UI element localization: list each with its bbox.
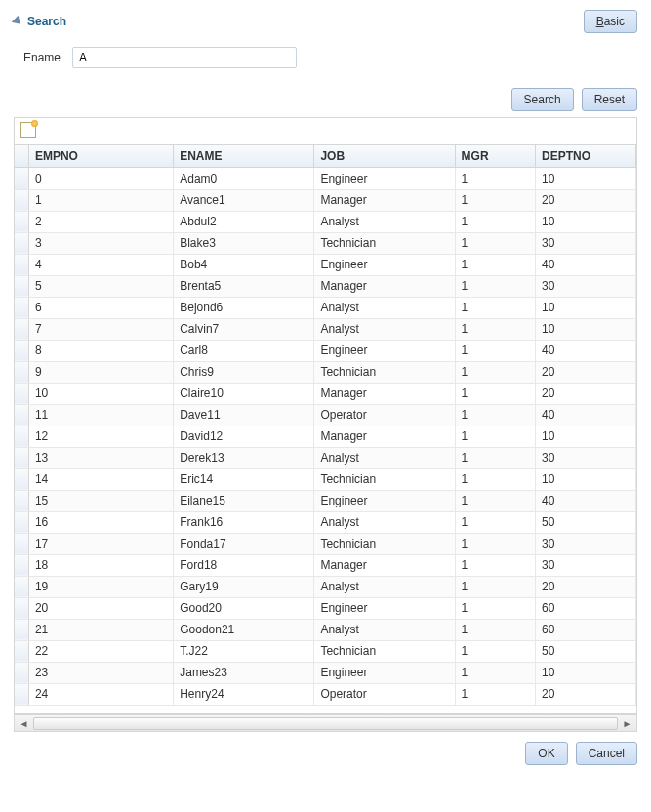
row-selector[interactable] xyxy=(15,404,28,426)
search-button[interactable]: Search xyxy=(511,88,574,111)
table-row[interactable]: 22T.J22Technician150 xyxy=(15,640,636,662)
cell-deptno[interactable]: 60 xyxy=(535,619,635,640)
col-header-ename[interactable]: ENAME xyxy=(174,145,314,168)
row-selector[interactable] xyxy=(15,426,28,447)
table-row[interactable]: 14Eric14Technician110 xyxy=(15,468,636,490)
cell-job[interactable]: Analyst xyxy=(314,447,455,468)
table-row[interactable]: 18Ford18Manager130 xyxy=(15,554,636,576)
cell-empno[interactable]: 13 xyxy=(28,447,173,468)
cell-job[interactable]: Engineer xyxy=(314,254,455,275)
cell-deptno[interactable]: 40 xyxy=(535,254,635,275)
cell-job[interactable]: Engineer xyxy=(314,340,455,361)
cell-empno[interactable]: 24 xyxy=(28,683,173,705)
cancel-button[interactable]: Cancel xyxy=(576,742,637,765)
table-row[interactable]: 12David12Manager110 xyxy=(15,426,636,447)
cell-empno[interactable]: 16 xyxy=(28,511,173,533)
cell-deptno[interactable]: 10 xyxy=(535,426,635,447)
cell-mgr[interactable]: 1 xyxy=(455,597,535,619)
cell-ename[interactable]: David12 xyxy=(174,426,314,447)
cell-job[interactable]: Manager xyxy=(314,189,455,211)
row-selector[interactable] xyxy=(15,297,28,318)
cell-ename[interactable]: Eric14 xyxy=(174,468,314,490)
cell-mgr[interactable]: 1 xyxy=(455,619,535,640)
cell-job[interactable]: Analyst xyxy=(314,511,455,533)
table-row[interactable]: 15Eilane15Engineer140 xyxy=(15,490,636,511)
col-header-mgr[interactable]: MGR xyxy=(455,145,535,168)
cell-deptno[interactable]: 40 xyxy=(535,490,635,511)
cell-empno[interactable]: 21 xyxy=(28,619,173,640)
row-selector[interactable] xyxy=(15,554,28,576)
cell-deptno[interactable]: 20 xyxy=(535,361,635,383)
ok-button[interactable]: OK xyxy=(525,742,567,765)
cell-deptno[interactable]: 60 xyxy=(535,597,635,619)
cell-mgr[interactable]: 1 xyxy=(455,275,535,297)
cell-empno[interactable]: 10 xyxy=(28,383,173,404)
cell-ename[interactable]: Bob4 xyxy=(174,254,314,275)
cell-empno[interactable]: 23 xyxy=(28,662,173,683)
row-selector[interactable] xyxy=(15,275,28,297)
row-selector[interactable] xyxy=(15,576,28,597)
cell-mgr[interactable]: 1 xyxy=(455,189,535,211)
horizontal-scrollbar[interactable]: ◄ ► xyxy=(15,714,636,731)
cell-empno[interactable]: 9 xyxy=(28,361,173,383)
cell-job[interactable]: Technician xyxy=(314,640,455,662)
row-selector[interactable] xyxy=(15,254,28,275)
cell-job[interactable]: Analyst xyxy=(314,211,455,232)
cell-empno[interactable]: 2 xyxy=(28,211,173,232)
cell-ename[interactable]: Derek13 xyxy=(174,447,314,468)
cell-deptno[interactable]: 20 xyxy=(535,576,635,597)
cell-job[interactable]: Technician xyxy=(314,232,455,254)
cell-ename[interactable]: T.J22 xyxy=(174,640,314,662)
table-row[interactable]: 5Brenta5Manager130 xyxy=(15,275,636,297)
cell-mgr[interactable]: 1 xyxy=(455,340,535,361)
cell-deptno[interactable]: 30 xyxy=(535,447,635,468)
cell-mgr[interactable]: 1 xyxy=(455,297,535,318)
cell-mgr[interactable]: 1 xyxy=(455,254,535,275)
disclosure-icon[interactable] xyxy=(12,16,24,28)
table-row[interactable]: 16Frank16Analyst150 xyxy=(15,511,636,533)
scroll-track[interactable] xyxy=(33,717,618,730)
cell-ename[interactable]: Frank16 xyxy=(174,511,314,533)
row-selector[interactable] xyxy=(15,168,28,189)
scroll-right-icon[interactable]: ► xyxy=(620,717,634,730)
cell-ename[interactable]: Claire10 xyxy=(174,383,314,404)
cell-deptno[interactable]: 30 xyxy=(535,533,635,554)
row-selector[interactable] xyxy=(15,490,28,511)
cell-deptno[interactable]: 20 xyxy=(535,383,635,404)
cell-job[interactable]: Analyst xyxy=(314,297,455,318)
cell-empno[interactable]: 18 xyxy=(28,554,173,576)
cell-job[interactable]: Manager xyxy=(314,275,455,297)
table-row[interactable]: 21Goodon21Analyst160 xyxy=(15,619,636,640)
cell-empno[interactable]: 8 xyxy=(28,340,173,361)
cell-ename[interactable]: Henry24 xyxy=(174,683,314,705)
cell-mgr[interactable]: 1 xyxy=(455,640,535,662)
row-selector[interactable] xyxy=(15,361,28,383)
cell-deptno[interactable]: 40 xyxy=(535,340,635,361)
scroll-left-icon[interactable]: ◄ xyxy=(17,717,31,730)
cell-deptno[interactable]: 10 xyxy=(535,468,635,490)
cell-empno[interactable]: 22 xyxy=(28,640,173,662)
cell-mgr[interactable]: 1 xyxy=(455,662,535,683)
cell-mgr[interactable]: 1 xyxy=(455,576,535,597)
cell-ename[interactable]: Abdul2 xyxy=(174,211,314,232)
cell-job[interactable]: Analyst xyxy=(314,576,455,597)
cell-ename[interactable]: Ford18 xyxy=(174,554,314,576)
cell-job[interactable]: Engineer xyxy=(314,597,455,619)
cell-empno[interactable]: 20 xyxy=(28,597,173,619)
table-row[interactable]: 6Bejond6Analyst110 xyxy=(15,297,636,318)
cell-deptno[interactable]: 50 xyxy=(535,511,635,533)
cell-ename[interactable]: Eilane15 xyxy=(174,490,314,511)
row-selector[interactable] xyxy=(15,533,28,554)
table-row[interactable]: 11Dave11Operator140 xyxy=(15,404,636,426)
cell-ename[interactable]: Dave11 xyxy=(174,404,314,426)
cell-deptno[interactable]: 10 xyxy=(535,211,635,232)
cell-empno[interactable]: 1 xyxy=(28,189,173,211)
table-row[interactable]: 20Good20Engineer160 xyxy=(15,597,636,619)
new-row-icon[interactable] xyxy=(20,122,36,138)
cell-job[interactable]: Manager xyxy=(314,426,455,447)
cell-ename[interactable]: Fonda17 xyxy=(174,533,314,554)
cell-mgr[interactable]: 1 xyxy=(455,426,535,447)
cell-mgr[interactable]: 1 xyxy=(455,361,535,383)
cell-deptno[interactable]: 10 xyxy=(535,297,635,318)
table-row[interactable]: 13Derek13Analyst130 xyxy=(15,447,636,468)
